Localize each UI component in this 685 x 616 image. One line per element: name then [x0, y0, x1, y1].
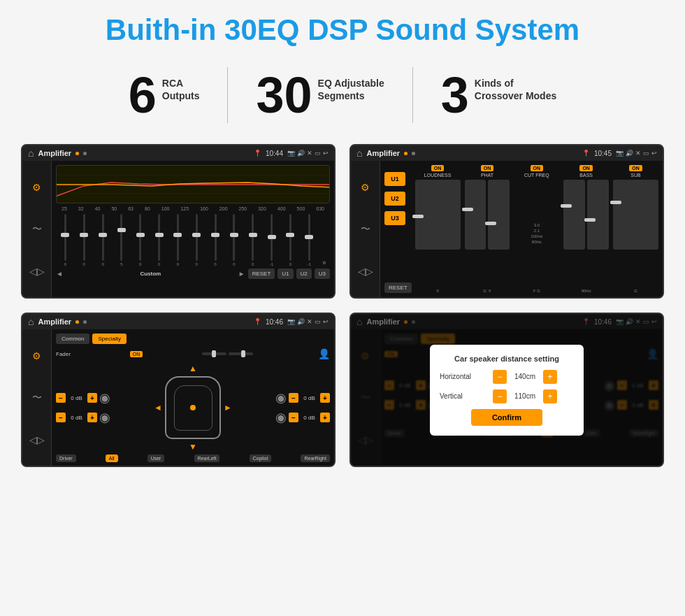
crossover-back-icon[interactable]: ↩	[651, 150, 657, 157]
nav-up-arrow[interactable]: ▲	[189, 364, 197, 373]
eq-slider-5[interactable]: 0	[135, 214, 146, 266]
eq-sidebar: ⚙ 〜 ◁▷	[22, 161, 52, 297]
phat-slider[interactable]	[465, 180, 486, 250]
eq-slider-9[interactable]: 0	[210, 214, 221, 266]
crossover-sidebar: ⚙ 〜 ◁▷	[351, 161, 380, 297]
crossover-main-content: U1 U2 U3 RESET ON LOUDNESS	[380, 161, 663, 297]
all-btn[interactable]: All	[106, 454, 118, 462]
eq-slider-8[interactable]: 0	[191, 214, 202, 266]
crossover-sidebar-wave-icon[interactable]: 〜	[361, 223, 370, 236]
vol2-plus[interactable]: +	[87, 413, 97, 422]
eq-sidebar-eq-icon[interactable]: ⚙	[32, 182, 41, 193]
vol3-plus[interactable]: +	[320, 393, 330, 403]
driver-btn[interactable]: Driver	[56, 454, 76, 462]
fader-tab-common[interactable]: Common	[56, 334, 89, 344]
eq-sidebar-vol-icon[interactable]: ◁▷	[29, 266, 45, 277]
bass-label: BASS	[579, 173, 593, 178]
u2-btn[interactable]: U2	[384, 192, 405, 206]
eq-chart	[56, 165, 330, 203]
fader-volume-icon: 🔊	[297, 318, 305, 325]
crossover-sidebar-eq-icon[interactable]: ⚙	[361, 182, 370, 193]
fader-h-slider1[interactable]	[202, 352, 226, 355]
sub-on-badge: ON	[629, 165, 642, 171]
vol2-minus[interactable]: −	[56, 413, 66, 422]
loudness-label: LOUDNESS	[424, 173, 452, 178]
eq-slider-12[interactable]: -1	[266, 214, 277, 266]
nav-down-arrow[interactable]: ▼	[189, 442, 197, 452]
eq-slider-7[interactable]: 0	[172, 214, 183, 266]
cross-col-bass: ON BASS 90Hz	[563, 165, 609, 293]
eq-slider-3[interactable]: 0	[97, 214, 108, 266]
eq-more-icon[interactable]: »	[322, 259, 326, 266]
loudness-slider[interactable]	[415, 180, 461, 250]
fader-h-slider2[interactable]	[229, 352, 253, 355]
eq-title: Amplifier	[38, 149, 71, 157]
eq-slider-10[interactable]: 0	[229, 214, 240, 266]
eq-slider-1[interactable]: 0	[59, 214, 71, 266]
u1-btn[interactable]: U1	[384, 172, 405, 186]
fader-device-screen: ⌂ Amplifier 📍 10:46 📷 🔊 ✕ ▭ ↩ ⚙ 〜 ◁▷	[21, 313, 336, 467]
phat-on-badge: ON	[481, 165, 494, 171]
dialog-horizontal-plus[interactable]: +	[543, 370, 557, 384]
phat-slider2[interactable]	[488, 180, 510, 250]
eq-slider-6[interactable]: 0	[154, 214, 165, 266]
stat-rca: 6 RCAOutputs	[101, 70, 228, 120]
vol1-val: 0 dB	[68, 395, 85, 401]
eq-u3-btn[interactable]: U3	[315, 268, 330, 279]
dialog-device-screen: ⌂ Amplifier 📍 10:46 📷 🔊 ✕ ▭ ↩ ⚙ 〜 ◁▷	[349, 313, 664, 467]
eq-home-icon[interactable]: ⌂	[28, 148, 34, 159]
bass-slider[interactable]	[563, 180, 585, 250]
rear-left-btn[interactable]: RearLeft	[194, 454, 220, 462]
cutfreq-on-badge: ON	[531, 165, 544, 171]
eq-sidebar-wave-icon[interactable]: 〜	[32, 223, 42, 236]
eq-back-icon[interactable]: ↩	[323, 150, 329, 157]
eq-reset-btn[interactable]: RESET	[248, 268, 275, 279]
confirm-button[interactable]: Confirm	[471, 409, 542, 426]
stat-crossover: 3 Kinds ofCrossover Modes	[413, 70, 585, 120]
crossover-home-icon[interactable]: ⌂	[356, 148, 362, 159]
eq-slider-11[interactable]: 0	[247, 214, 259, 266]
fader-sidebar-wave-icon[interactable]: 〜	[32, 392, 42, 404]
fader-home-icon[interactable]: ⌂	[28, 316, 34, 327]
nav-right-arrow[interactable]: ►	[224, 403, 232, 413]
eq-u2-btn[interactable]: U2	[296, 268, 312, 279]
fader-label: Fader	[56, 351, 71, 357]
eq-slider-14[interactable]: -1	[303, 214, 315, 266]
car-center-dot	[190, 405, 196, 410]
copilot-btn[interactable]: Copilot	[250, 454, 272, 462]
eq-slider-13[interactable]: 0	[284, 214, 296, 266]
dialog-horizontal-minus[interactable]: −	[493, 370, 507, 384]
fader-back-icon[interactable]: ↩	[323, 318, 329, 325]
vol4-plus[interactable]: +	[320, 413, 330, 422]
dialog-vertical-minus[interactable]: −	[493, 389, 507, 403]
crossover-reset-btn[interactable]: RESET	[384, 282, 412, 293]
vol1-plus[interactable]: +	[87, 393, 97, 403]
crossover-time: 10:45	[594, 150, 612, 157]
bass-on-badge: ON	[579, 165, 593, 171]
fader-sidebar-vol-icon[interactable]: ◁▷	[29, 434, 45, 445]
eq-slider-2[interactable]: 0	[78, 214, 89, 266]
eq-u1-btn[interactable]: U1	[277, 268, 293, 279]
u3-btn[interactable]: U3	[384, 211, 405, 225]
vol3-minus[interactable]: −	[289, 393, 298, 403]
fader-dot1	[75, 320, 79, 324]
eq-next-btn[interactable]: ►	[238, 270, 245, 278]
speaker-right-side: ◉ − 0 dB + ◉ − 0 dB +	[275, 390, 330, 425]
sub-slider[interactable]	[613, 180, 658, 250]
rear-right-btn[interactable]: RearRight	[301, 454, 330, 462]
bass-slider2[interactable]	[587, 180, 609, 250]
nav-left-arrow[interactable]: ◄	[154, 403, 162, 413]
eq-slider-4[interactable]: 5	[116, 214, 127, 266]
fader-tab-specialty[interactable]: Specialty	[92, 334, 126, 344]
dialog-vertical-plus[interactable]: +	[543, 389, 557, 403]
fader-location-icon: 📍	[254, 318, 261, 325]
fader-sidebar-eq-icon[interactable]: ⚙	[32, 350, 41, 361]
vol1-minus[interactable]: −	[56, 393, 66, 403]
crossover-sidebar-vol-icon[interactable]: ◁▷	[358, 266, 373, 277]
eq-camera-icon: 📷	[287, 150, 295, 157]
fader-top-row: Fader ON 👤	[56, 348, 330, 359]
stat-crossover-number: 3	[441, 70, 469, 120]
eq-prev-btn[interactable]: ◄	[56, 270, 63, 278]
vol4-minus[interactable]: −	[289, 413, 298, 422]
user-btn[interactable]: User	[147, 454, 165, 462]
